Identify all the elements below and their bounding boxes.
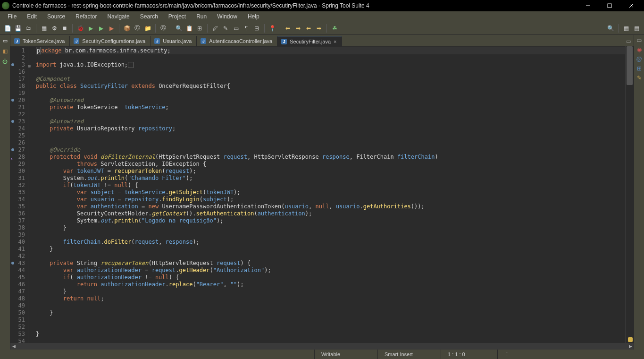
menu-search[interactable]: Search [135,12,163,21]
tasks-icon[interactable]: ✎ [637,75,642,81]
ruler-button[interactable]: ⊟ [252,24,261,33]
code-line[interactable]: System.out.println("Chamando Filter"); [36,175,625,182]
save-all-button[interactable]: 🗂 [24,24,33,33]
open-type-button[interactable]: Ⓖ [159,24,168,33]
menu-run[interactable]: Run [192,12,211,21]
code-line[interactable]: return authorizationHeader.replace("Bear… [36,281,625,288]
task-button[interactable]: 📋 [184,24,194,33]
code-line[interactable]: } [36,288,625,295]
debug-button[interactable]: 🐞 [75,24,85,33]
code-line[interactable]: package br.com.farmacos.infra.security; [36,47,625,54]
quick-access-button[interactable]: 🔍 [606,24,615,33]
relaunch-button[interactable]: ⚙ [50,24,59,33]
code-line[interactable]: var subject = tokenService.getSubject(to… [36,189,625,196]
editor-tab[interactable]: JTokenService.java [10,36,70,46]
fold-icon[interactable]: ⊞ [28,63,31,70]
close-button[interactable] [620,0,642,11]
menu-edit[interactable]: Edit [22,12,42,21]
package-explorer-icon[interactable]: ◧ [1,47,9,55]
code-line[interactable] [36,90,625,97]
code-line[interactable]: filterChain.doFilter(request, response); [36,239,625,246]
menu-project[interactable]: Project [164,12,191,21]
editor-tab[interactable]: JUsuario.java [151,36,197,46]
stop-button[interactable]: ⏹ [60,24,69,33]
search-button[interactable]: 🔍 [174,24,184,33]
forward-button[interactable]: ➡ [293,24,303,33]
maximize-button[interactable] [599,0,620,11]
code-line[interactable]: System.out.println("Logado na requisição… [36,217,625,224]
coverage-button[interactable]: ▶ [96,24,106,33]
new-class-button[interactable]: Ⓒ [133,24,142,33]
maximize-editor-icon[interactable]: ▭ [626,38,631,44]
code-line[interactable]: public class SecutiryFilter extends Once… [36,83,625,90]
code-line[interactable]: protected void doFilterInternal(HttpServ… [36,154,625,161]
boot-icon[interactable]: ⏻ [1,58,9,65]
code-line[interactable]: @Autowired [36,118,625,125]
back-button[interactable]: ⬅ [283,24,293,33]
problems-icon[interactable]: ⊞ [637,65,642,72]
editor-tab[interactable]: JSecutiryConfigurations.java [70,36,151,46]
code-line[interactable]: if(tokenJWT != null) { [36,182,625,189]
code-line[interactable]: } [36,331,625,338]
code-line[interactable] [36,139,625,146]
code-line[interactable] [36,338,625,343]
code-line[interactable] [36,302,625,309]
code-line[interactable] [36,132,625,139]
perspective-debug-button[interactable]: ▦ [632,24,641,33]
code-editor[interactable]: package br.com.farmacos.infra.security; … [28,46,625,343]
nav-fwd-button[interactable]: ➡ [314,24,324,33]
pin-button[interactable]: 📍 [268,24,277,33]
code-line[interactable]: @Override [36,146,625,154]
code-line[interactable]: import java.io.IOException; [36,61,625,68]
code-line[interactable]: @Autowired [36,97,625,104]
nav-back-button[interactable]: ⬅ [304,24,313,33]
close-tab-icon[interactable]: × [334,39,336,44]
overview-ruler[interactable] [625,46,634,343]
minimize-button[interactable] [577,0,599,11]
hscroll-right-icon[interactable]: ▶ [627,343,634,350]
perspective-java-button[interactable]: ▦ [621,24,631,33]
vscroll-thumb[interactable] [627,46,633,85]
run-button[interactable]: ▶ [86,24,95,33]
code-line[interactable]: if( authorizationHeader != null) { [36,274,625,281]
boot-dash-button[interactable]: ▦ [39,24,49,33]
code-line[interactable]: throws ServletException, IOException { [36,161,625,168]
save-button[interactable]: 💾 [13,24,23,33]
run-last-button[interactable]: ▶ [107,24,116,33]
show-ws-button[interactable]: ¶ [242,24,251,33]
code-line[interactable] [36,316,625,324]
code-line[interactable]: SecurityContextHolder.getContext().setAu… [36,210,625,217]
code-line[interactable] [36,111,625,118]
code-line[interactable] [36,253,625,260]
code-line[interactable]: var usuario = repository.findByLogin(sub… [36,196,625,203]
code-line[interactable]: @Component [36,76,625,83]
code-line[interactable]: private String recuperarToken(HttpServle… [36,260,625,267]
code-line[interactable] [36,68,625,76]
code-line[interactable] [36,54,625,61]
code-line[interactable]: var authentication = new UsernamePasswor… [36,203,625,210]
code-line[interactable]: var authorizationHeader = request.getHea… [36,267,625,274]
code-line[interactable] [36,324,625,331]
wand-button[interactable]: 🖊 [210,24,220,33]
new-button[interactable]: 📄 [3,24,12,33]
code-line[interactable]: } [36,224,625,231]
new-package-button[interactable]: 📁 [143,24,152,33]
code-line[interactable] [36,231,625,239]
menu-refactor[interactable]: Refactor [71,12,101,21]
code-line[interactable]: } [36,246,625,253]
toggle-button[interactable]: ⊞ [195,24,204,33]
restore-right-icon[interactable]: ▭ [636,37,642,43]
code-line[interactable]: private TokenService tokenService; [36,104,625,111]
code-line[interactable]: private UsuarioRepository repository; [36,125,625,132]
editor-tab[interactable]: JSecutiryFilter.java× [277,36,342,46]
beans-button[interactable]: ☘ [330,24,339,33]
horizontal-scrollbar[interactable]: ◀ ▶ [10,343,634,350]
new-java-button[interactable]: 📦 [122,24,132,33]
code-line[interactable]: return null; [36,295,625,302]
menu-source[interactable]: Source [42,12,70,21]
hscroll-left-icon[interactable]: ◀ [10,343,17,350]
code-line[interactable]: } [36,309,625,316]
status-menu-icon[interactable]: ⋮ [497,350,511,359]
menu-file[interactable]: File [3,12,21,21]
task-list-icon[interactable]: ◉ [637,46,642,53]
